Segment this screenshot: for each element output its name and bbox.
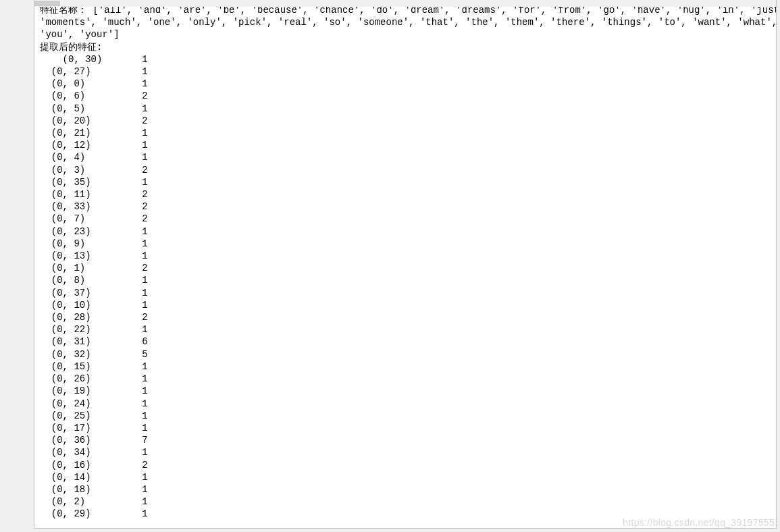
scrollbar-thumb[interactable] <box>34 1 60 6</box>
console-output: 特征名称： ['all', 'and', 'are', 'be', 'becau… <box>34 0 776 525</box>
horizontal-scrollbar[interactable] <box>34 0 776 7</box>
output-panel: 特征名称： ['all', 'and', 'are', 'be', 'becau… <box>34 0 777 529</box>
scrollbar-track[interactable] <box>34 0 776 7</box>
